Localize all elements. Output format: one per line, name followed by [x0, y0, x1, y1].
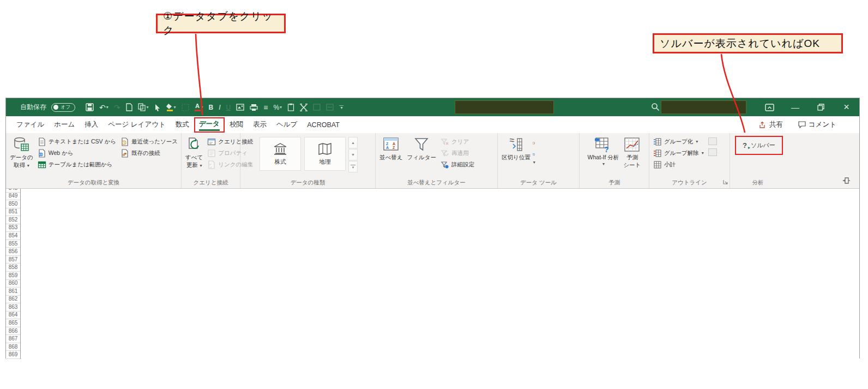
undo-button[interactable]: ↶▾	[99, 104, 108, 111]
group-label-data-tools: データ ツール	[499, 178, 577, 188]
row-number[interactable]: 850	[6, 200, 20, 208]
minimize-button[interactable]: —	[782, 98, 808, 116]
percent-style-button[interactable]: % ▾	[273, 104, 282, 111]
restore-button[interactable]	[808, 98, 834, 116]
copy-button[interactable]: ▾	[138, 103, 148, 111]
clipboard-icon[interactable]	[287, 103, 294, 111]
get-data-caret-icon: ▾	[27, 163, 29, 168]
row-number[interactable]: 856	[6, 248, 20, 256]
data-validation-icon[interactable]: ▾	[533, 160, 535, 165]
align-text-icon[interactable]: ≡	[263, 104, 268, 111]
clear-filter-icon	[441, 137, 449, 146]
row-number[interactable]: 853	[6, 224, 20, 232]
ribbon: データの 取得 ▾ テキストまたは CSV から Web から	[6, 133, 859, 189]
stocks-tile[interactable]: 株式	[260, 137, 301, 171]
forecast-sheet-button[interactable]: 予測 シート	[621, 135, 643, 169]
row-number[interactable]: 857	[6, 256, 20, 264]
solver-button[interactable]: ?▸ ソルバー	[735, 136, 783, 155]
svg-text:A: A	[393, 142, 395, 146]
row-number[interactable]: 866	[6, 327, 20, 336]
row-number[interactable]: 859	[6, 272, 20, 280]
tab-view[interactable]: 表示	[248, 118, 272, 131]
from-text-csv-button[interactable]: テキストまたは CSV から	[35, 136, 118, 147]
tab-page-layout[interactable]: ページ レイアウト	[103, 118, 171, 131]
text-csv-file-icon	[38, 137, 46, 146]
geography-tile[interactable]: 地理	[304, 137, 346, 171]
properties-icon	[207, 149, 216, 158]
geography-icon	[318, 142, 332, 155]
row-number[interactable]: 864	[6, 312, 20, 320]
font-color-caret-icon: ▾	[201, 105, 203, 110]
sort-button[interactable]: ZAAZ 並べ替え	[377, 135, 405, 161]
show-detail-icon	[708, 137, 717, 145]
solver-label: ソルバー	[751, 141, 775, 149]
row-number[interactable]: 851	[6, 208, 20, 217]
svg-text:Z: Z	[393, 146, 395, 149]
group-button[interactable]: グループ化 ▾	[651, 136, 706, 147]
svg-text:?: ?	[604, 145, 609, 153]
paste-icon[interactable]	[125, 103, 132, 111]
cursor-icon[interactable]	[154, 104, 161, 111]
pin-ribbon-icon[interactable]	[842, 176, 851, 186]
text-to-columns-button[interactable]: 区切り位置	[499, 135, 533, 161]
remove-duplicates-icon[interactable]	[533, 148, 535, 158]
row-number[interactable]: 862	[6, 296, 20, 304]
row-number[interactable]: 867	[6, 335, 20, 343]
tab-home[interactable]: ホーム	[49, 118, 80, 131]
outline-dialog-launcher-icon[interactable]	[723, 177, 728, 187]
search-icon[interactable]	[651, 103, 660, 113]
close-button[interactable]: ×	[834, 98, 859, 116]
undo-icon: ↶	[99, 104, 106, 111]
fill-color-button[interactable]: ▾	[166, 104, 176, 111]
move-size-icon[interactable]	[300, 104, 308, 111]
from-web-button[interactable]: Web から	[35, 147, 118, 159]
share-button[interactable]: 共有	[760, 120, 783, 129]
ribbon-display-options-icon[interactable]	[757, 98, 782, 116]
row-number[interactable]: 855	[6, 240, 20, 248]
row-number[interactable]: 868	[6, 343, 20, 351]
filter-button[interactable]: フィルター	[405, 135, 438, 161]
row-number[interactable]: 860	[6, 280, 20, 288]
tab-help[interactable]: ヘルプ	[272, 118, 302, 131]
advanced-filter-button[interactable]: 詳細設定	[438, 159, 477, 170]
tab-formulas[interactable]: 数式	[171, 118, 194, 131]
tab-insert[interactable]: 挿入	[80, 118, 103, 131]
ribbon-tab-row: ファイル ホーム 挿入 ページ レイアウト 数式 データ 校閲 表示 ヘルプ A…	[6, 116, 859, 133]
ungroup-button[interactable]: グループ解除 ▾	[651, 147, 706, 159]
row-number[interactable]: 869	[6, 351, 20, 359]
gallery-scroll-down-icon[interactable]: ▼	[348, 149, 358, 160]
what-if-analysis-button[interactable]: ? What-If 分析 ▾	[586, 135, 622, 167]
font-color-button[interactable]: A ▾	[195, 103, 203, 111]
row-number[interactable]: 852	[6, 216, 20, 224]
flash-fill-icon[interactable]	[533, 137, 535, 147]
customize-qat-icon[interactable]: —▾	[339, 105, 343, 110]
bold-icon[interactable]: B	[209, 104, 214, 111]
autosave-toggle[interactable]: オフ	[51, 103, 75, 112]
row-number[interactable]: 858	[6, 264, 20, 272]
save-icon[interactable]	[86, 103, 94, 111]
tab-review[interactable]: 校閲	[225, 118, 248, 131]
italic-icon[interactable]: I	[219, 104, 220, 111]
row-number[interactable]: 863	[6, 303, 20, 312]
cells-area[interactable]	[21, 189, 859, 359]
get-data-icon	[13, 136, 29, 153]
get-data-button[interactable]: データの 取得 ▾	[8, 135, 35, 169]
picture-icon[interactable]	[236, 104, 244, 111]
comments-button[interactable]: コメント	[798, 120, 836, 129]
tab-file[interactable]: ファイル	[11, 118, 49, 131]
recent-sources-button[interactable]: 最近使ったソース	[118, 136, 180, 147]
printer-icon[interactable]	[250, 104, 258, 111]
row-number[interactable]: 849	[6, 193, 20, 201]
row-number[interactable]: 861	[6, 288, 20, 296]
gallery-more-icon[interactable]: ▾	[348, 161, 358, 172]
from-table-range-button[interactable]: テーブルまたは範囲から	[35, 159, 118, 170]
tab-acrobat[interactable]: ACROBAT	[302, 119, 345, 131]
row-number[interactable]: 865	[6, 319, 20, 327]
subtotal-button[interactable]: 小計	[651, 159, 706, 170]
refresh-all-button[interactable]: すべて 更新 ▾	[183, 135, 205, 169]
svg-text:A: A	[386, 146, 389, 149]
tab-data[interactable]: データ	[194, 117, 225, 133]
gallery-scroll-up-icon[interactable]: ▲	[348, 137, 358, 148]
row-number[interactable]: 854	[6, 232, 20, 240]
existing-connections-button[interactable]: 既存の接続	[118, 147, 180, 159]
